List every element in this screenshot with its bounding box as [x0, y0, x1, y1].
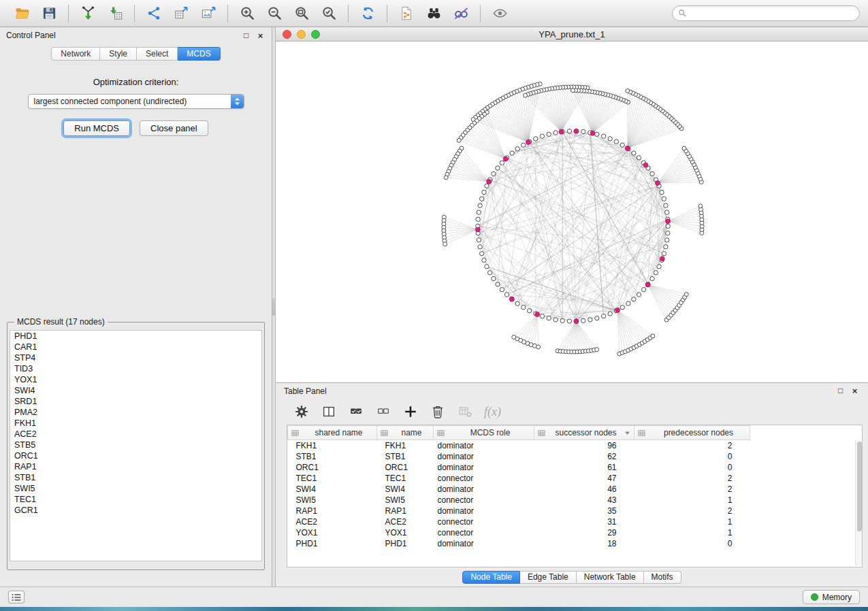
optimization-criterion-label: Optimization criterion:: [93, 77, 179, 87]
export-network-icon[interactable]: [144, 4, 164, 23]
window-controls: [276, 30, 320, 39]
function-builder-icon[interactable]: f(x): [484, 404, 501, 419]
column-header-name[interactable]: name: [377, 426, 434, 440]
column-dropdown-icon[interactable]: [624, 430, 630, 436]
zoom-window-icon[interactable]: [311, 30, 320, 39]
import-network-icon[interactable]: [78, 4, 98, 23]
result-node-item[interactable]: YOX1: [10, 374, 261, 385]
tab-node-table[interactable]: Node Table: [462, 571, 520, 584]
table-tabs: Node Table Edge Table Network Table Moti…: [276, 567, 868, 587]
close-mcds-panel-button[interactable]: Close panel: [140, 120, 208, 136]
result-node-item[interactable]: PHD1: [10, 331, 261, 342]
delete-columns-icon[interactable]: [430, 404, 445, 420]
control-panel: Control Panel □ × Network Style Select M…: [0, 27, 272, 587]
tab-edge-table[interactable]: Edge Table: [520, 571, 577, 584]
table-options-icon[interactable]: [293, 404, 309, 420]
table-cell: 2: [634, 506, 750, 516]
show-columns-icon[interactable]: [321, 404, 336, 420]
table-cell: PHD1: [288, 538, 377, 549]
result-node-item[interactable]: TEC1: [10, 494, 261, 505]
close-panel-icon[interactable]: ×: [255, 31, 266, 41]
result-node-item[interactable]: SRD1: [10, 396, 261, 407]
zoom-in-icon[interactable]: [237, 4, 257, 23]
export-table-icon[interactable]: [171, 4, 191, 23]
result-node-item[interactable]: ACE2: [10, 429, 261, 440]
zoom-selected-icon[interactable]: [319, 4, 339, 23]
tab-style[interactable]: Style: [100, 47, 137, 61]
share-document-icon[interactable]: [396, 4, 417, 23]
search-input[interactable]: [690, 9, 854, 18]
mcds-panel: Optimization criterion: largest connecte…: [0, 67, 272, 587]
export-image-icon[interactable]: [198, 4, 219, 23]
result-node-item[interactable]: PMA2: [10, 407, 261, 418]
create-column-icon[interactable]: [402, 404, 418, 420]
table-row[interactable]: SWI4SWI4dominator462: [288, 484, 863, 495]
table-cell: 46: [534, 484, 634, 495]
table-cell: RAP1: [288, 506, 377, 516]
select-all-rows-icon[interactable]: [348, 404, 364, 420]
mcds-result-list[interactable]: PHD1CAR1STP4TID3YOX1SWI4SRD1PMA2FKH1ACE2…: [10, 330, 262, 561]
search-box[interactable]: [672, 5, 860, 21]
result-node-item[interactable]: SWI5: [10, 483, 261, 494]
table-row[interactable]: PHD1PHD1dominator180: [288, 538, 863, 549]
table-scrollbar-thumb[interactable]: [857, 442, 862, 531]
tab-network-table[interactable]: Network Table: [577, 571, 644, 584]
criterion-dropdown[interactable]: largest connected component (undirected): [28, 94, 244, 109]
tab-network[interactable]: Network: [51, 47, 100, 61]
result-node-item[interactable]: SWI4: [10, 385, 261, 396]
table-scrollbar[interactable]: [855, 440, 862, 565]
table-row[interactable]: STB1STB1dominator620: [288, 451, 863, 462]
show-graphics-icon[interactable]: [489, 4, 510, 23]
zoom-out-icon[interactable]: [264, 4, 285, 23]
float-panel-icon[interactable]: □: [241, 31, 251, 41]
delete-table-icon[interactable]: [457, 404, 472, 420]
table-row[interactable]: TEC1TEC1connector472: [288, 473, 863, 484]
column-header-predecessor-nodes[interactable]: predecessor nodes: [634, 426, 750, 440]
table-row[interactable]: SWI5SWI5connector431: [288, 495, 863, 506]
table-cell: SWI5: [377, 495, 434, 506]
close-table-panel-icon[interactable]: ×: [850, 386, 860, 396]
result-node-item[interactable]: STB1: [10, 472, 261, 483]
open-session-icon[interactable]: [12, 4, 32, 23]
tab-motifs[interactable]: Motifs: [644, 571, 681, 584]
network-graph[interactable]: [276, 42, 868, 382]
zoom-fit-icon[interactable]: [291, 4, 312, 23]
refresh-view-icon[interactable]: [357, 4, 378, 23]
table-panel-header: Table Panel □ ×: [276, 383, 868, 399]
tab-mcds[interactable]: MCDS: [178, 47, 220, 61]
table-row[interactable]: FKH1FKH1dominator962: [288, 440, 863, 451]
close-window-icon[interactable]: [283, 30, 291, 39]
column-header-shared-name[interactable]: shared name: [288, 426, 377, 440]
search-objects-icon[interactable]: [423, 4, 444, 23]
table-row[interactable]: YOX1YOX1connector291: [288, 527, 863, 538]
result-node-item[interactable]: RAP1: [10, 461, 261, 472]
result-node-item[interactable]: FKH1: [10, 418, 261, 429]
network-canvas[interactable]: [276, 42, 868, 382]
save-session-icon[interactable]: [39, 4, 59, 23]
table-cell: dominator: [434, 462, 534, 473]
result-node-item[interactable]: TID3: [10, 363, 261, 374]
unselect-all-rows-icon[interactable]: [375, 404, 391, 420]
run-mcds-button[interactable]: Run MCDS: [63, 120, 130, 136]
table-row[interactable]: ACE2ACE2connector311: [288, 516, 863, 527]
memory-button[interactable]: Memory: [803, 590, 860, 604]
column-header-successor-nodes[interactable]: successor nodes: [534, 426, 634, 440]
table-row[interactable]: RAP1RAP1dominator352: [288, 506, 863, 516]
result-node-item[interactable]: STB5: [10, 440, 261, 450]
minimize-window-icon[interactable]: [297, 30, 306, 39]
tab-select[interactable]: Select: [137, 47, 178, 61]
float-table-panel-icon[interactable]: □: [835, 386, 846, 396]
result-node-item[interactable]: GCR1: [10, 505, 261, 516]
hide-graphics-icon[interactable]: [451, 4, 471, 23]
column-header-mcds-role[interactable]: MCDS role: [434, 426, 534, 440]
splitter-grip-icon[interactable]: [272, 298, 275, 316]
table-cell: dominator: [434, 506, 534, 516]
result-node-item[interactable]: CAR1: [10, 342, 261, 352]
import-table-icon[interactable]: [105, 4, 125, 23]
table-row[interactable]: ORC1ORC1dominator610: [288, 462, 863, 473]
network-window-titlebar[interactable]: YPA_prune.txt_1: [276, 27, 868, 42]
panel-menu-icon[interactable]: [8, 591, 25, 604]
table-panel-title: Table Panel: [284, 386, 831, 396]
result-node-item[interactable]: ORC1: [10, 450, 261, 461]
result-node-item[interactable]: STP4: [10, 352, 261, 363]
